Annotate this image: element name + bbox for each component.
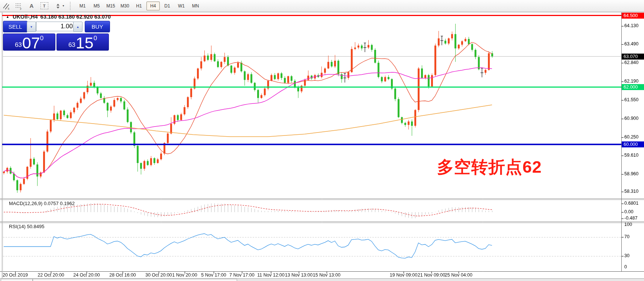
price-label-60.900: 60.900 — [624, 116, 638, 121]
time-label: 15 Nov 13:00 — [313, 272, 340, 278]
text-box-icon[interactable]: T — [38, 1, 50, 11]
sell-price-big-figure: 63 — [15, 42, 22, 48]
price-label-60.250: 60.250 — [624, 134, 638, 140]
price-tag-62.000: 62.000 — [622, 84, 644, 90]
text-label-icon[interactable]: A — [26, 1, 38, 11]
toolbar: E F A T ▾ M1M5M15M30H1H4D1W1MN — [0, 0, 644, 12]
scrollbar-thumb[interactable] — [33, 279, 237, 281]
price-label-63.490: 63.490 — [624, 41, 638, 47]
price-label-58.960: 58.960 — [624, 171, 638, 176]
sell-price-display[interactable]: 63070 — [3, 33, 55, 51]
time-label: 7 Nov 17:00 — [229, 272, 254, 278]
sell-button[interactable]: SELL — [3, 21, 27, 32]
tf-button-m15[interactable]: M15 — [104, 1, 117, 10]
symbol-period-label: UKOil-,H4 — [13, 14, 38, 20]
price-tag-63.070: 63.070 — [622, 54, 644, 60]
time-label: 11 Nov 12:00 — [257, 272, 284, 278]
dropdown-caret-icon: ▾ — [62, 4, 64, 7]
horizontal-scrollbar[interactable] — [0, 278, 644, 281]
price-label-62.190: 62.190 — [624, 79, 638, 84]
toolbar-grip — [70, 2, 73, 10]
time-label: 24 Oct 20:00 — [73, 272, 100, 278]
timeframe-buttons: M1M5M15M30H1H4D1W1MN — [75, 1, 203, 10]
time-label: 5 Nov 17:00 — [201, 272, 226, 278]
rsi-label: RSI(14) 50.8495 — [9, 224, 44, 229]
rsi-level-30: 30 — [624, 253, 630, 258]
buy-button[interactable]: BUY — [85, 21, 110, 32]
one-click-trading-panel: SELL ▼ ▲ BUY 63070 63150 — [3, 20, 109, 50]
ohlc-values: 63.180 63.180 62.920 63.070 — [41, 14, 111, 20]
volume-input[interactable] — [36, 22, 76, 31]
sell-price-point: 0 — [40, 35, 43, 41]
price-label-64.130: 64.130 — [624, 23, 638, 28]
time-label: 20 Oct 2019 — [3, 272, 28, 278]
equidistant-channel-icon[interactable]: E — [0, 1, 12, 11]
rsi-level-0: 0 — [624, 264, 627, 269]
tf-button-m1[interactable]: M1 — [76, 1, 89, 10]
tf-button-m30[interactable]: M30 — [118, 1, 132, 10]
macd-label: MACD(12,26,9) 0.0757 0.1962 — [9, 201, 75, 206]
arrow-objects-icon[interactable]: ▾ — [51, 1, 68, 11]
time-label: 21 Nov 09:00 — [418, 272, 445, 278]
time-label: 28 Oct 16:00 — [109, 272, 136, 278]
tf-button-h1[interactable]: H1 — [132, 1, 146, 10]
time-label: 22 Oct 20:00 — [38, 272, 64, 278]
tf-button-mn[interactable]: MN — [189, 1, 202, 10]
price-label-62.840: 62.840 — [624, 60, 638, 65]
mt4-chart-window: E F A T ▾ M1M5M15M30H1H4D1W1MN ▲ UKOil-,… — [0, 0, 644, 281]
tf-button-d1[interactable]: D1 — [161, 1, 174, 10]
rsi-level-100: 100 — [624, 222, 632, 227]
macd-level-0.6801: 0.6801 — [624, 201, 638, 206]
collapse-arrow-icon[interactable]: ▲ — [6, 15, 9, 19]
buy-price-big-figure: 63 — [68, 42, 75, 48]
buy-price-pips: 15 — [76, 36, 94, 50]
annotation-text[interactable]: 多空转折点62 — [437, 156, 542, 178]
tf-button-m5[interactable]: M5 — [90, 1, 103, 10]
time-label: 25 Nov 04:00 — [445, 272, 472, 278]
fibonacci-retracement-icon[interactable]: F — [13, 1, 25, 11]
price-label-58.310: 58.310 — [624, 189, 638, 194]
time-label: 13 Nov 13:00 — [285, 272, 313, 278]
time-label: 19 Nov 09:00 — [390, 272, 417, 278]
tf-button-h4[interactable]: H4 — [146, 1, 160, 10]
price-tag-64.500: 64.500 — [622, 13, 644, 19]
buy-price-point: 0 — [94, 35, 97, 41]
buy-price-display[interactable]: 63150 — [56, 33, 109, 51]
chart-title: ▲ UKOil-,H4 63.180 63.180 62.920 63.070 — [6, 14, 111, 20]
rsi-level-70: 70 — [624, 234, 630, 239]
volume-decrease-button[interactable]: ▼ — [27, 22, 36, 32]
time-label: 30 Oct 20:00 — [145, 272, 172, 278]
volume-increase-button[interactable]: ▲ — [73, 22, 82, 32]
sell-price-pips: 07 — [22, 36, 40, 50]
time-label: 1 Nov 20:00 — [172, 272, 197, 278]
price-label-61.550: 61.550 — [624, 97, 638, 102]
scrollbar-segment[interactable] — [1, 279, 33, 281]
svg-text:F: F — [20, 8, 22, 10]
price-tag-60.000: 60.000 — [622, 141, 644, 147]
tf-button-w1[interactable]: W1 — [175, 1, 188, 10]
price-label-59.610: 59.610 — [624, 153, 638, 158]
svg-text:E: E — [8, 7, 10, 10]
macd-level-0.00: 0.00 — [624, 209, 633, 214]
macd-level--0.487: -0.487 — [624, 215, 637, 221]
